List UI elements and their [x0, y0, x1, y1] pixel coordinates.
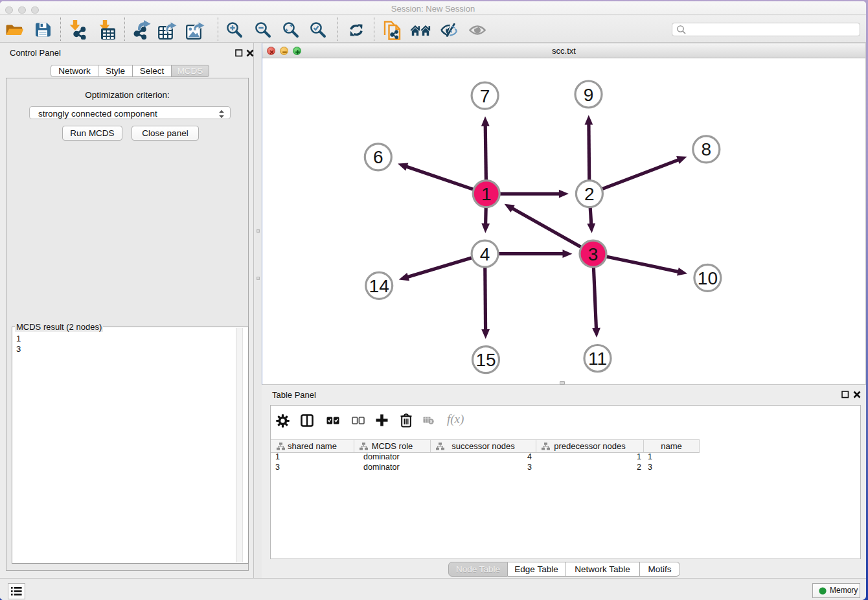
svg-text:10: 10: [698, 268, 718, 288]
svg-text:14: 14: [369, 276, 389, 296]
svg-text:8: 8: [702, 139, 712, 159]
svg-text:11: 11: [588, 349, 607, 369]
svg-text:9: 9: [584, 85, 594, 105]
svg-text:7: 7: [480, 86, 490, 106]
svg-text:15: 15: [475, 350, 496, 370]
svg-text:1: 1: [481, 184, 492, 204]
svg-text:6: 6: [373, 147, 383, 167]
svg-text:2: 2: [584, 184, 595, 204]
svg-text:4: 4: [480, 244, 490, 264]
svg-text:3: 3: [588, 244, 599, 264]
